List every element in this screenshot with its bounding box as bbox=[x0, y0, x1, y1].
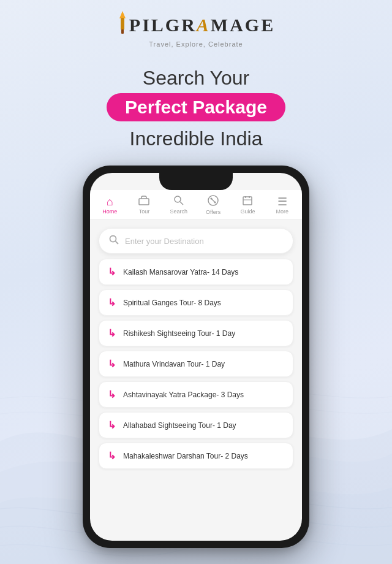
logo-text: PILGRAMAGE bbox=[129, 15, 275, 36]
svg-rect-2 bbox=[121, 29, 124, 34]
tour-name-6: Mahakaleshwar Darshan Tour- 2 Days bbox=[123, 452, 248, 460]
hero-line3: Incredible India bbox=[0, 128, 392, 150]
tour-name-5: Allahabad Sightseeing Tour- 1 Day bbox=[123, 421, 236, 430]
phone-notch bbox=[159, 173, 233, 190]
nav-tour-label: Tour bbox=[139, 208, 150, 215]
search-placeholder: Enter your Destination bbox=[125, 237, 204, 246]
tour-name-0: Kailash Mansarovar Yatra- 14 Days bbox=[123, 268, 238, 276]
phone-mockup: ⌂ Home Tour Search bbox=[83, 166, 309, 548]
logo-subtitle: Travel, Explore, Celebrate bbox=[149, 40, 243, 48]
logo-part3: MAGE bbox=[211, 15, 275, 35]
tour-name-3: Mathura Vrindavan Tour- 1 Day bbox=[123, 360, 225, 368]
more-icon: ☰ bbox=[277, 196, 287, 207]
nav-search-label: Search bbox=[170, 208, 188, 215]
tour-list: ↳ Kailash Mansarovar Yatra- 14 Days ↳ Sp… bbox=[90, 259, 302, 469]
tour-arrow-icon-0: ↳ bbox=[108, 266, 116, 278]
guide-icon bbox=[243, 196, 252, 207]
search-nav-icon bbox=[174, 196, 184, 207]
tour-item-4[interactable]: ↳ Ashtavinayak Yatra Package- 3 Days bbox=[99, 381, 293, 408]
phone-outer: ⌂ Home Tour Search bbox=[83, 166, 309, 548]
tour-arrow-icon-3: ↳ bbox=[108, 358, 116, 370]
tour-name-1: Spiritual Ganges Tour- 8 Days bbox=[123, 299, 221, 307]
tour-name-4: Ashtavinayak Yatra Package- 3 Days bbox=[123, 391, 244, 399]
nav-offers-label: Offers bbox=[206, 209, 221, 215]
tour-arrow-icon-1: ↳ bbox=[108, 297, 116, 308]
hero-section: Search Your Perfect Package Incredible I… bbox=[0, 54, 392, 156]
svg-rect-1 bbox=[121, 18, 124, 30]
tour-item-0[interactable]: ↳ Kailash Mansarovar Yatra- 14 Days bbox=[99, 259, 293, 285]
svg-point-9 bbox=[214, 202, 216, 204]
tour-arrow-icon-6: ↳ bbox=[108, 450, 116, 462]
logo-part2: A bbox=[197, 15, 211, 35]
svg-point-8 bbox=[211, 198, 213, 200]
svg-rect-10 bbox=[243, 197, 252, 205]
search-icon bbox=[109, 235, 119, 247]
svg-point-14 bbox=[110, 236, 116, 242]
phone-screen: ⌂ Home Tour Search bbox=[90, 173, 302, 541]
tour-item-6[interactable]: ↳ Mahakaleshwar Darshan Tour- 2 Days bbox=[99, 443, 293, 469]
nav-offers[interactable]: Offers bbox=[200, 195, 227, 215]
svg-line-5 bbox=[180, 202, 183, 205]
tour-item-1[interactable]: ↳ Spiritual Ganges Tour- 8 Days bbox=[99, 289, 293, 316]
tour-item-3[interactable]: ↳ Mathura Vrindavan Tour- 1 Day bbox=[99, 351, 293, 377]
offers-icon bbox=[208, 195, 219, 208]
nav-more-label: More bbox=[276, 208, 289, 215]
home-icon: ⌂ bbox=[107, 196, 113, 207]
tour-item-5[interactable]: ↳ Allahabad Sightseeing Tour- 1 Day bbox=[99, 412, 293, 438]
svg-marker-0 bbox=[119, 11, 126, 18]
tour-arrow-icon-2: ↳ bbox=[108, 327, 116, 339]
header: PILGRAMAGE Travel, Explore, Celebrate bbox=[0, 0, 392, 54]
nav-guide-label: Guide bbox=[240, 208, 255, 215]
tour-arrow-icon-4: ↳ bbox=[108, 389, 116, 400]
nav-more[interactable]: ☰ More bbox=[269, 196, 296, 215]
svg-rect-3 bbox=[139, 199, 149, 205]
torch-icon bbox=[117, 11, 128, 34]
hero-highlight: Perfect Package bbox=[107, 93, 285, 121]
hero-line1: Search Your bbox=[0, 66, 392, 90]
app-navbar: ⌂ Home Tour Search bbox=[90, 190, 302, 219]
tour-icon bbox=[138, 196, 149, 207]
tour-arrow-icon-5: ↳ bbox=[108, 419, 116, 431]
tour-item-2[interactable]: ↳ Rishikesh Sightseeing Tour- 1 Day bbox=[99, 320, 293, 346]
svg-point-4 bbox=[175, 196, 181, 202]
logo-part1: PILGR bbox=[129, 15, 197, 35]
logo: PILGRAMAGE Travel, Explore, Celebrate bbox=[117, 11, 275, 48]
search-container: Enter your Destination bbox=[90, 219, 302, 259]
nav-home[interactable]: ⌂ Home bbox=[96, 196, 123, 215]
svg-line-15 bbox=[116, 242, 119, 245]
nav-home-label: Home bbox=[102, 208, 117, 215]
nav-search[interactable]: Search bbox=[165, 196, 192, 215]
nav-guide[interactable]: Guide bbox=[234, 196, 261, 215]
search-bar[interactable]: Enter your Destination bbox=[99, 228, 293, 254]
nav-tour[interactable]: Tour bbox=[130, 196, 157, 215]
tour-name-2: Rishikesh Sightseeing Tour- 1 Day bbox=[123, 329, 235, 338]
